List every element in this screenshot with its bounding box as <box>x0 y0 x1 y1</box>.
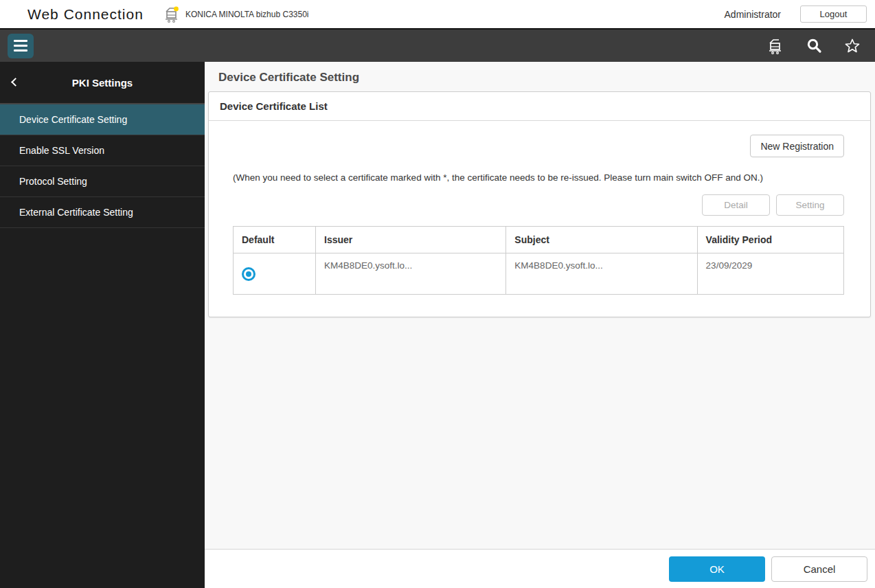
setting-button[interactable]: Setting <box>776 194 844 216</box>
sidebar-title: PKI Settings <box>72 77 133 89</box>
cell-issuer: KM4B8DE0.ysoft.lo... <box>316 253 506 295</box>
logged-in-user: Administrator <box>725 9 781 20</box>
star-favorites-icon[interactable] <box>843 37 861 55</box>
new-registration-button[interactable]: New Registration <box>750 135 844 157</box>
page-title: Device Certificate Setting <box>218 71 875 84</box>
footer-action-bar: OK Cancel <box>205 549 875 588</box>
printer-status-icon <box>163 5 181 23</box>
table-row: KM4B8DE0.ysoft.lo... KM4B8DE0.ysoft.lo..… <box>234 253 844 295</box>
device-name: KONICA MINOLTA bizhub C3350i <box>185 10 309 19</box>
sidebar-item-protocol-setting[interactable]: Protocol Setting <box>0 166 205 197</box>
sidebar-item-device-certificate-setting[interactable]: Device Certificate Setting <box>0 104 205 135</box>
column-header-subject: Subject <box>506 227 697 253</box>
back-chevron-icon[interactable] <box>11 78 18 85</box>
hamburger-menu-button[interactable] <box>8 34 34 58</box>
search-icon[interactable] <box>805 37 823 55</box>
default-radio-selected[interactable] <box>242 267 255 281</box>
sidebar-item-label: Protocol Setting <box>19 176 87 187</box>
toolbar <box>0 30 875 62</box>
detail-button[interactable]: Detail <box>702 194 770 216</box>
top-header: Web Connection KONICA MINOLTA bizhub C33… <box>0 0 875 30</box>
web-connection-logo: Web Connection <box>27 6 144 23</box>
column-header-validity-period: Validity Period <box>697 227 843 253</box>
sidebar-item-label: Enable SSL Version <box>19 145 104 156</box>
panel-title: Device Certificate List <box>209 92 870 121</box>
main-content: Device Certificate Setting Device Certif… <box>205 62 875 588</box>
logout-button[interactable]: Logout <box>800 5 867 23</box>
cancel-button[interactable]: Cancel <box>771 556 867 582</box>
device-certificate-list-panel: Device Certificate List New Registration… <box>208 91 871 317</box>
cell-subject: KM4B8DE0.ysoft.lo... <box>506 253 697 295</box>
certificate-table: Default Issuer Subject Validity Period K… <box>233 226 844 295</box>
device-printer-icon[interactable] <box>766 37 784 55</box>
column-header-issuer: Issuer <box>316 227 506 253</box>
sidebar: PKI Settings Device Certificate Setting … <box>0 62 205 588</box>
sidebar-item-external-certificate-setting[interactable]: External Certificate Setting <box>0 197 205 228</box>
sidebar-item-enable-ssl-version[interactable]: Enable SSL Version <box>0 135 205 166</box>
sidebar-header: PKI Settings <box>0 62 205 104</box>
device-info: KONICA MINOLTA bizhub C3350i <box>163 5 309 23</box>
table-header-row: Default Issuer Subject Validity Period <box>234 227 844 253</box>
sidebar-item-label: External Certificate Setting <box>19 207 133 218</box>
ok-button[interactable]: OK <box>669 556 765 582</box>
cell-validity-period: 23/09/2029 <box>697 253 843 295</box>
column-header-default: Default <box>234 227 316 253</box>
certificate-note: (When you need to select a certificate m… <box>233 172 844 183</box>
sidebar-item-label: Device Certificate Setting <box>19 114 127 125</box>
